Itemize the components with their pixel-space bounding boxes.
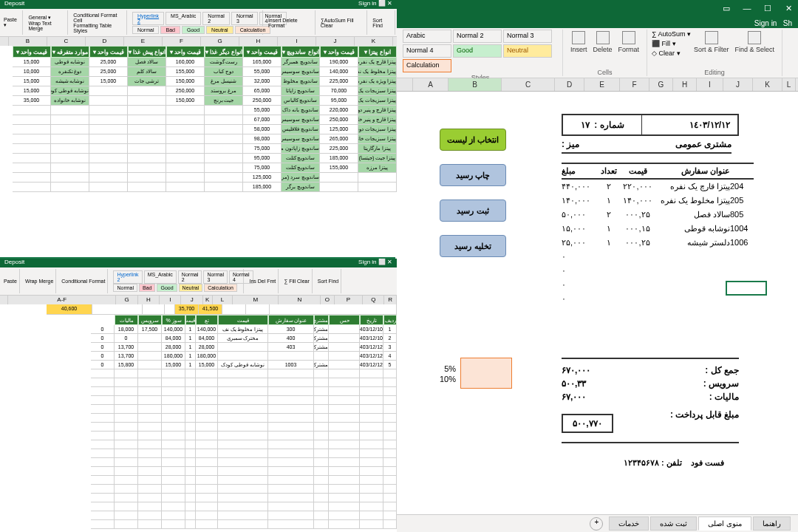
col-C[interactable]: C (502, 78, 555, 91)
pct-10: 10% (440, 375, 456, 383)
tl-header: قیمت واحد ▾ (320, 46, 358, 58)
minimize-icon[interactable]: — (742, 4, 752, 14)
format-button[interactable]: Format (615, 30, 643, 55)
delete-button[interactable]: Delete (590, 30, 615, 55)
receipt-header: ١٤٠٣/١٢/١٢ شماره : ١٧ (562, 114, 739, 136)
sum-val: ۶٧٠,٠٠٠ (562, 365, 590, 375)
totals: جمع کل :۶٧٠,٠٠٠ سرویس :٣٣,۵٠٠ مالیات :۶٧… (562, 358, 739, 443)
bl-ribbon: PasteWrap MergeConditional Format Hyperl… (0, 267, 397, 296)
bl-header: تاریخ (360, 315, 383, 325)
tl-row: پیتزا قارچ و پنیر خانواده250,000ساندویچ … (0, 115, 397, 125)
bl-header: قیمت کل (185, 315, 196, 325)
col-K[interactable]: K (753, 78, 782, 91)
phone-label: تلفن : (661, 458, 682, 467)
find-button[interactable]: Find & Select (732, 30, 778, 58)
service-label: سرویس : (703, 378, 739, 389)
active-cell[interactable] (726, 281, 767, 296)
service-val: ٣٣,۵٠٠ (562, 378, 586, 389)
col-H[interactable]: H (673, 78, 697, 91)
tl-header: انواع پیتزا ▾ (358, 46, 397, 58)
bl-header: عنوان سفارش (268, 315, 314, 325)
pay-label: مبلغ قابل پرداخت : (670, 409, 739, 433)
th-price: قیمت (619, 166, 656, 176)
insert-button[interactable]: Insert (567, 30, 590, 55)
style-normal3[interactable]: Normal 3 (503, 30, 552, 43)
receipt-date: ١٤٠٣/١٢/١٢ (641, 115, 737, 134)
bl-header: سرویس (138, 315, 162, 325)
clear-receipt-button[interactable]: تخلیه رسید (440, 235, 506, 257)
maximize-icon[interactable]: ☐ (763, 4, 773, 14)
order-row: 204پیتزا قارچ یک نفره ٢٢٠,٠٠٠٢۴۴٠,٠٠٠ (562, 180, 754, 194)
delete-icon (596, 31, 610, 44)
add-sheet-button[interactable]: + (590, 517, 603, 531)
close-icon[interactable]: ✕ (783, 4, 794, 14)
col-J[interactable]: J (723, 78, 753, 91)
col-G[interactable]: G (649, 78, 673, 91)
main-window: ▭ — ☐ ✕ Sign in Sh Arabic Normal 2 Norma… (395, 0, 798, 532)
sheet-tabs: راهنما منوی اصلی ثبت شده خدمات + (395, 514, 798, 532)
styles-gallery[interactable]: Arabic Normal 2 Normal 3 Normal 4 Good N… (403, 30, 558, 72)
sort-button[interactable]: Sort & Filter (691, 30, 732, 58)
signin-link[interactable]: Sign in (754, 19, 777, 27)
table-label: میز : (562, 139, 579, 149)
pay-val: ٧٧٠,۵٠٠ (562, 414, 613, 433)
save-receipt-button[interactable]: ثبت رسید (440, 200, 506, 222)
style-neutral[interactable]: Neutral (503, 44, 552, 58)
order-table: عنوان سفارش قیمت تعداد مبلغ 204پیتزا قار… (562, 163, 754, 306)
tl-row: پیتزا سبزیجات یک نفره70,000ساندویچ زاپات… (0, 86, 397, 96)
style-good[interactable]: Good (453, 44, 502, 58)
pct-box[interactable] (460, 358, 512, 389)
tab-saved[interactable]: ثبت شده (650, 516, 697, 531)
editing-label: Editing (652, 67, 777, 76)
topleft-window: DepositSign in ⬜ ✕ Paste ▾ General ▾Wrap… (0, 0, 397, 257)
col-F[interactable]: F (620, 78, 649, 91)
cells-label: Cells (567, 67, 642, 76)
tax-val: ۶٧,٠٠٠ (562, 392, 586, 402)
sort-icon (705, 31, 718, 44)
col-A[interactable]: A (413, 78, 449, 91)
tl-grid[interactable]: انواع پیتزا ▾قیمت واحد ▾انواع ساندویچ ▾ق… (0, 46, 397, 253)
customer-name: مشتری عمومی (675, 139, 732, 149)
autosum-button[interactable]: ∑ AutoSum ▾ (652, 30, 691, 39)
clear-button[interactable]: ◇ Clear ▾ (652, 49, 691, 58)
bl-row: 51403/12/12مشترک عمومی1003نوشابه قوطی کو… (0, 361, 397, 369)
bl-row: 41403/12/12180,0001180,00013,7000 (0, 352, 397, 361)
style-calc[interactable]: Calculation (403, 59, 451, 72)
bl-row: 31403/12/12مشترک عمومی40328,000128,00013… (0, 343, 397, 352)
worksheet[interactable]: ١٤٠٣/١٢/١٢ شماره : ١٧ مشتری عمومی میز : … (395, 92, 798, 514)
style-normal4[interactable]: Normal 4 (403, 44, 451, 58)
share-button[interactable]: Sh (783, 19, 792, 27)
fill-button[interactable]: ⬛ Fill ▾ (652, 39, 691, 49)
tl-header: قیمت واحد ▾ (13, 46, 51, 58)
tl-row: پیتزا سبزیجات دونفره125,000ساندویچ فلافل… (0, 125, 397, 134)
tab-help[interactable]: راهنما (753, 516, 791, 531)
select-from-list-button[interactable]: انتخاب از لیست (440, 129, 506, 151)
col-D[interactable]: D (555, 78, 584, 91)
order-row: 805سالاد فصل ٢۵,٠٠٠٢۵٠,٠٠٠ (562, 208, 754, 222)
tl-header: انواع ساندویچ ▾ (282, 46, 320, 58)
col-B[interactable]: B (449, 78, 502, 91)
column-headers: A B C D E F G H I J K L (395, 78, 798, 92)
th-total: مبلغ (562, 166, 598, 176)
bl-header: مشتری (314, 315, 329, 325)
col-L[interactable]: L (782, 78, 796, 91)
tl-row: پیتزا ویژه یک نفره225,000ساندویچ مخلوط32… (0, 77, 397, 86)
th-qty: تعداد (598, 166, 619, 176)
tab-services[interactable]: خدمات (609, 516, 649, 531)
col-E[interactable]: E (584, 78, 620, 91)
tl-row: پیتزا سبزیجات خانواده265,000ساندویچ سوسی… (0, 134, 397, 144)
bl-grid[interactable]: 41,500 35,700 40,600 ردیفتاریخحسمشتریعنو… (0, 304, 397, 529)
print-receipt-button[interactable]: چاپ رسید (440, 164, 506, 186)
ribbon: Arabic Normal 2 Normal 3 Normal 4 Good N… (395, 28, 798, 78)
col-I[interactable]: I (697, 78, 723, 91)
tax-label: مالیات : (709, 392, 739, 402)
sum-label: جمع کل : (705, 365, 739, 375)
signin-bar: Sign in Sh (395, 18, 798, 28)
tab-main-menu[interactable]: منوی اصلی (698, 516, 751, 531)
tl-header: قیمت واحد ▾ (89, 46, 128, 58)
minimize-icon[interactable]: ▭ (721, 4, 732, 14)
bl-row: 21403/12/10مشترک عمومی400مخترک سمبری84,0… (0, 334, 397, 343)
style-arabic[interactable]: Arabic (403, 30, 451, 43)
style-normal2[interactable]: Normal 2 (453, 30, 502, 43)
titlebar: ▭ — ☐ ✕ (395, 0, 798, 18)
